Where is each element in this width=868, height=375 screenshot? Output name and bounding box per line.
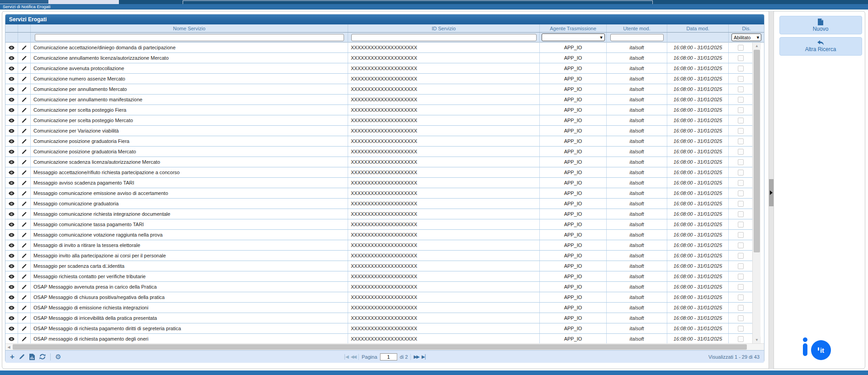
nuovo-button[interactable]: Nuovo xyxy=(779,16,862,34)
nome-servizio-cell[interactable]: Messaggio comunicazione emissione avviso… xyxy=(31,188,348,198)
edit-row-button[interactable] xyxy=(18,43,31,52)
nome-servizio-cell[interactable]: Messaggio per scadenza carta d□identita xyxy=(31,261,348,271)
edit-row-button[interactable] xyxy=(19,354,25,360)
nome-servizio-cell[interactable]: Comunicazione per scelta posteggio Merca… xyxy=(31,115,348,125)
view-row-button[interactable] xyxy=(5,63,18,73)
edit-row-button[interactable] xyxy=(18,209,31,219)
disabled-checkbox[interactable] xyxy=(738,315,744,321)
disabled-checkbox[interactable] xyxy=(738,86,744,92)
vertical-scrollbar[interactable]: ▲ ▼ xyxy=(752,43,760,343)
vertical-scrollbar-thumb[interactable] xyxy=(754,50,760,252)
col-header-nome-servizio[interactable]: Nome Servizio xyxy=(31,24,348,32)
nome-servizio-cell[interactable]: Comunicazione scadenza licenza/autorizza… xyxy=(31,157,348,167)
disabled-checkbox[interactable] xyxy=(738,159,744,165)
export-button[interactable] xyxy=(29,354,35,360)
edit-row-button[interactable] xyxy=(18,271,31,281)
disabled-checkbox[interactable] xyxy=(738,253,744,259)
disabled-checkbox[interactable] xyxy=(738,76,744,82)
view-row-button[interactable] xyxy=(5,209,18,219)
edit-row-button[interactable] xyxy=(18,219,31,229)
scroll-down-arrow[interactable]: ▼ xyxy=(753,337,761,343)
disabled-checkbox[interactable] xyxy=(738,232,744,238)
view-row-button[interactable] xyxy=(5,230,18,240)
disabled-checkbox[interactable] xyxy=(738,170,744,176)
edit-row-button[interactable] xyxy=(18,84,31,94)
edit-row-button[interactable] xyxy=(18,251,31,261)
nome-servizio-cell[interactable]: Comunicazione numero assenze Mercato xyxy=(31,74,348,84)
horizontal-scrollbar-thumb[interactable] xyxy=(13,344,747,350)
nome-servizio-filter-input[interactable] xyxy=(35,34,344,41)
edit-row-button[interactable] xyxy=(18,105,31,115)
disabled-checkbox[interactable] xyxy=(738,190,744,196)
disabled-checkbox[interactable] xyxy=(738,97,744,103)
edit-row-button[interactable] xyxy=(18,136,31,146)
disabled-checkbox[interactable] xyxy=(738,336,744,342)
edit-row-button[interactable] xyxy=(18,240,31,250)
view-row-button[interactable] xyxy=(5,74,18,84)
view-row-button[interactable] xyxy=(5,53,18,63)
edit-row-button[interactable] xyxy=(18,115,31,125)
view-row-button[interactable] xyxy=(5,126,18,136)
nome-servizio-cell[interactable]: Messaggio invito alla partecipazione ai … xyxy=(31,251,348,261)
id-servizio-filter-input[interactable] xyxy=(351,34,537,41)
nome-servizio-cell[interactable]: Comunicazione per Variazione viabilità xyxy=(31,126,348,136)
disabled-checkbox[interactable] xyxy=(738,138,744,144)
view-row-button[interactable] xyxy=(5,292,18,302)
nome-servizio-cell[interactable]: Comunicazione per annullamento manifesta… xyxy=(31,95,348,104)
disabled-checkbox[interactable] xyxy=(738,128,744,134)
view-row-button[interactable] xyxy=(5,136,18,146)
disabled-checkbox[interactable] xyxy=(738,294,744,300)
altra-ricerca-button[interactable]: Altra Ricerca xyxy=(779,37,862,56)
last-page-button[interactable]: ▶│ xyxy=(421,354,426,359)
utente-mod-filter-input[interactable] xyxy=(610,34,664,41)
add-row-button[interactable]: + xyxy=(10,353,14,361)
nome-servizio-cell[interactable]: Messaggio comunicazione tassa pagamento … xyxy=(31,219,348,229)
scroll-up-arrow[interactable]: ▲ xyxy=(753,43,761,49)
next-page-button[interactable]: ▶▶ xyxy=(414,354,419,359)
panel-splitter[interactable] xyxy=(769,11,774,369)
edit-row-button[interactable] xyxy=(18,199,31,209)
nome-servizio-cell[interactable]: OSAP Messaggio di irricevibilità della p… xyxy=(31,313,348,323)
settings-button[interactable]: ⚙ xyxy=(55,353,61,361)
edit-row-button[interactable] xyxy=(18,188,31,198)
nome-servizio-cell[interactable]: Messaggio comunicazione graduatoria xyxy=(31,199,348,209)
splitter-handle[interactable] xyxy=(769,179,774,206)
nome-servizio-cell[interactable]: Comunicazione per annullamento Mercato xyxy=(31,84,348,94)
page-tab-title[interactable]: Servizi di Notifica Erogati xyxy=(0,4,868,9)
disabled-checkbox[interactable] xyxy=(738,45,744,51)
view-row-button[interactable] xyxy=(5,323,18,333)
nome-servizio-cell[interactable]: Comunicazione avvenuta protocollazione xyxy=(31,63,348,73)
disabled-checkbox[interactable] xyxy=(738,305,744,311)
edit-row-button[interactable] xyxy=(18,147,31,157)
col-header-agente-trasmissione[interactable]: Agente Trasmissione xyxy=(540,24,607,32)
refresh-button[interactable] xyxy=(39,354,46,360)
view-row-button[interactable] xyxy=(5,167,18,177)
nome-servizio-cell[interactable]: Comunicazione accettazione/diniego doman… xyxy=(31,43,348,52)
view-row-button[interactable] xyxy=(5,188,18,198)
edit-row-button[interactable] xyxy=(18,261,31,271)
disabled-checkbox[interactable] xyxy=(738,180,744,186)
nome-servizio-cell[interactable]: Messaggio comunicazione richiesta integr… xyxy=(31,209,348,219)
nome-servizio-cell[interactable]: Messaggio di invito a ritirare la tesser… xyxy=(31,240,348,250)
nome-servizio-cell[interactable]: Messaggio accettazione/rifiuto richiesta… xyxy=(31,167,348,177)
nome-servizio-cell[interactable]: OSAP Messaggio di emissione richiesta in… xyxy=(31,303,348,313)
edit-row-button[interactable] xyxy=(18,63,31,73)
edit-row-button[interactable] xyxy=(18,282,31,292)
page-number-input[interactable] xyxy=(380,353,397,361)
view-row-button[interactable] xyxy=(5,84,18,94)
edit-row-button[interactable] xyxy=(18,313,31,323)
disabled-checkbox[interactable] xyxy=(738,211,744,217)
col-header-utente-mod[interactable]: Utente mod. xyxy=(607,24,667,32)
view-row-button[interactable] xyxy=(5,313,18,323)
nome-servizio-cell[interactable]: OSAP Messaggio di chiusura positiva/nega… xyxy=(31,292,348,302)
disabled-checkbox[interactable] xyxy=(738,107,744,113)
edit-row-button[interactable] xyxy=(18,157,31,167)
view-row-button[interactable] xyxy=(5,334,18,343)
nome-servizio-cell[interactable]: OSAP messaggio di richiesta pagamento de… xyxy=(31,334,348,343)
agente-trasmissione-filter-select[interactable]: ▾ xyxy=(542,33,605,41)
view-row-button[interactable] xyxy=(5,105,18,115)
view-row-button[interactable] xyxy=(5,157,18,167)
edit-row-button[interactable] xyxy=(18,334,31,343)
view-row-button[interactable] xyxy=(5,282,18,292)
view-row-button[interactable] xyxy=(5,95,18,104)
